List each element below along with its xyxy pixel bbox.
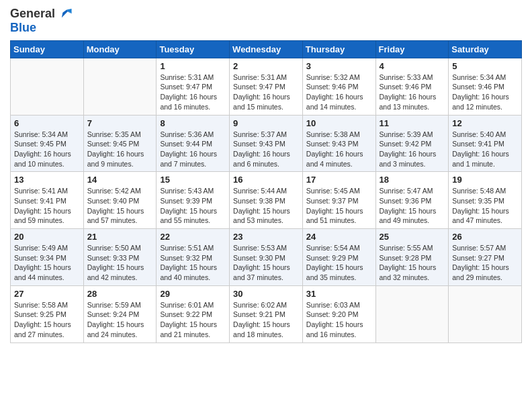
calendar: SundayMondayTuesdayWednesdayThursdayFrid… bbox=[10, 40, 522, 343]
day-info: Sunrise: 5:50 AM Sunset: 9:33 PM Dayligh… bbox=[87, 243, 153, 283]
day-cell: 10Sunrise: 5:38 AM Sunset: 9:43 PM Dayli… bbox=[302, 115, 375, 172]
day-info: Sunrise: 5:47 AM Sunset: 9:36 PM Dayligh… bbox=[380, 186, 445, 226]
day-info: Sunrise: 5:37 AM Sunset: 9:43 PM Dayligh… bbox=[233, 130, 299, 169]
day-info: Sunrise: 5:48 AM Sunset: 9:35 PM Dayligh… bbox=[452, 186, 518, 226]
day-number: 30 bbox=[233, 289, 299, 299]
day-cell: 11Sunrise: 5:39 AM Sunset: 9:42 PM Dayli… bbox=[375, 115, 449, 172]
day-number: 26 bbox=[452, 232, 518, 242]
day-number: 20 bbox=[14, 232, 80, 242]
day-info: Sunrise: 5:35 AM Sunset: 9:45 PM Dayligh… bbox=[87, 130, 153, 169]
day-cell: 24Sunrise: 5:54 AM Sunset: 9:29 PM Dayli… bbox=[302, 229, 375, 286]
day-info: Sunrise: 5:38 AM Sunset: 9:43 PM Dayligh… bbox=[306, 130, 372, 169]
day-cell: 8Sunrise: 5:36 AM Sunset: 9:44 PM Daylig… bbox=[157, 115, 230, 172]
week-row-3: 13Sunrise: 5:41 AM Sunset: 9:41 PM Dayli… bbox=[11, 172, 522, 229]
logo: General Blue bbox=[10, 7, 73, 35]
day-info: Sunrise: 5:59 AM Sunset: 9:24 PM Dayligh… bbox=[87, 300, 153, 340]
day-cell: 22Sunrise: 5:51 AM Sunset: 9:32 PM Dayli… bbox=[157, 229, 230, 286]
day-cell: 25Sunrise: 5:55 AM Sunset: 9:28 PM Dayli… bbox=[375, 229, 449, 286]
day-number: 16 bbox=[233, 175, 299, 185]
day-info: Sunrise: 5:41 AM Sunset: 9:41 PM Dayligh… bbox=[14, 186, 80, 226]
day-info: Sunrise: 5:44 AM Sunset: 9:38 PM Dayligh… bbox=[233, 186, 299, 226]
day-cell bbox=[11, 58, 84, 115]
day-info: Sunrise: 6:02 AM Sunset: 9:21 PM Dayligh… bbox=[233, 300, 299, 340]
day-info: Sunrise: 5:39 AM Sunset: 9:42 PM Dayligh… bbox=[380, 130, 445, 169]
day-info: Sunrise: 5:54 AM Sunset: 9:29 PM Dayligh… bbox=[306, 243, 372, 283]
day-info: Sunrise: 5:51 AM Sunset: 9:32 PM Dayligh… bbox=[160, 243, 226, 283]
day-cell: 23Sunrise: 5:53 AM Sunset: 9:30 PM Dayli… bbox=[230, 229, 303, 286]
day-cell: 29Sunrise: 6:01 AM Sunset: 9:22 PM Dayli… bbox=[157, 285, 230, 342]
day-info: Sunrise: 5:55 AM Sunset: 9:28 PM Dayligh… bbox=[380, 243, 445, 283]
week-row-1: 1Sunrise: 5:31 AM Sunset: 9:47 PM Daylig… bbox=[11, 58, 522, 115]
day-number: 18 bbox=[380, 175, 445, 185]
day-number: 31 bbox=[306, 289, 372, 299]
day-info: Sunrise: 6:01 AM Sunset: 9:22 PM Dayligh… bbox=[160, 300, 226, 340]
day-info: Sunrise: 5:31 AM Sunset: 9:47 PM Dayligh… bbox=[160, 73, 226, 112]
day-number: 11 bbox=[380, 118, 445, 128]
day-cell: 12Sunrise: 5:40 AM Sunset: 9:41 PM Dayli… bbox=[449, 115, 522, 172]
day-info: Sunrise: 5:53 AM Sunset: 9:30 PM Dayligh… bbox=[233, 243, 299, 283]
header: General Blue bbox=[10, 7, 522, 35]
weekday-header-saturday: Saturday bbox=[449, 40, 522, 58]
weekday-header-wednesday: Wednesday bbox=[230, 40, 303, 58]
day-cell: 6Sunrise: 5:34 AM Sunset: 9:45 PM Daylig… bbox=[11, 115, 84, 172]
day-cell: 14Sunrise: 5:42 AM Sunset: 9:40 PM Dayli… bbox=[83, 172, 157, 229]
weekday-header-thursday: Thursday bbox=[302, 40, 375, 58]
day-number: 15 bbox=[160, 175, 226, 185]
day-number: 10 bbox=[306, 118, 372, 128]
week-row-4: 20Sunrise: 5:49 AM Sunset: 9:34 PM Dayli… bbox=[11, 229, 522, 286]
day-number: 7 bbox=[87, 118, 153, 128]
day-number: 22 bbox=[160, 232, 226, 242]
day-number: 21 bbox=[87, 232, 153, 242]
day-cell: 28Sunrise: 5:59 AM Sunset: 9:24 PM Dayli… bbox=[83, 285, 157, 342]
weekday-header-friday: Friday bbox=[375, 40, 449, 58]
week-row-5: 27Sunrise: 5:58 AM Sunset: 9:25 PM Dayli… bbox=[11, 285, 522, 342]
day-number: 28 bbox=[87, 289, 153, 299]
day-cell: 17Sunrise: 5:45 AM Sunset: 9:37 PM Dayli… bbox=[302, 172, 375, 229]
day-cell: 21Sunrise: 5:50 AM Sunset: 9:33 PM Dayli… bbox=[83, 229, 157, 286]
day-cell: 20Sunrise: 5:49 AM Sunset: 9:34 PM Dayli… bbox=[11, 229, 84, 286]
day-cell bbox=[449, 285, 522, 342]
weekday-header-monday: Monday bbox=[83, 40, 157, 58]
day-cell bbox=[375, 285, 449, 342]
day-cell: 9Sunrise: 5:37 AM Sunset: 9:43 PM Daylig… bbox=[230, 115, 303, 172]
day-cell: 15Sunrise: 5:43 AM Sunset: 9:39 PM Dayli… bbox=[157, 172, 230, 229]
day-cell: 19Sunrise: 5:48 AM Sunset: 9:35 PM Dayli… bbox=[449, 172, 522, 229]
day-number: 19 bbox=[452, 175, 518, 185]
day-info: Sunrise: 5:42 AM Sunset: 9:40 PM Dayligh… bbox=[87, 186, 153, 226]
day-cell: 1Sunrise: 5:31 AM Sunset: 9:47 PM Daylig… bbox=[157, 58, 230, 115]
weekday-header-tuesday: Tuesday bbox=[157, 40, 230, 58]
day-info: Sunrise: 5:40 AM Sunset: 9:41 PM Dayligh… bbox=[452, 130, 518, 169]
day-info: Sunrise: 6:03 AM Sunset: 9:20 PM Dayligh… bbox=[306, 300, 372, 340]
day-cell: 31Sunrise: 6:03 AM Sunset: 9:20 PM Dayli… bbox=[302, 285, 375, 342]
day-number: 2 bbox=[233, 61, 299, 71]
day-info: Sunrise: 5:34 AM Sunset: 9:45 PM Dayligh… bbox=[14, 130, 80, 169]
day-info: Sunrise: 5:31 AM Sunset: 9:47 PM Dayligh… bbox=[233, 73, 299, 112]
day-info: Sunrise: 5:58 AM Sunset: 9:25 PM Dayligh… bbox=[14, 300, 80, 340]
day-cell: 2Sunrise: 5:31 AM Sunset: 9:47 PM Daylig… bbox=[230, 58, 303, 115]
day-info: Sunrise: 5:57 AM Sunset: 9:27 PM Dayligh… bbox=[452, 243, 518, 283]
weekday-header-sunday: Sunday bbox=[11, 40, 84, 58]
day-number: 6 bbox=[14, 118, 80, 128]
weekday-header-row: SundayMondayTuesdayWednesdayThursdayFrid… bbox=[11, 40, 522, 58]
day-number: 29 bbox=[160, 289, 226, 299]
logo-blue-text: Blue bbox=[10, 21, 36, 34]
day-number: 4 bbox=[380, 61, 445, 71]
day-number: 24 bbox=[306, 232, 372, 242]
day-cell: 16Sunrise: 5:44 AM Sunset: 9:38 PM Dayli… bbox=[230, 172, 303, 229]
day-info: Sunrise: 5:34 AM Sunset: 9:46 PM Dayligh… bbox=[452, 73, 518, 112]
day-cell: 30Sunrise: 6:02 AM Sunset: 9:21 PM Dayli… bbox=[230, 285, 303, 342]
day-number: 27 bbox=[14, 289, 80, 299]
week-row-2: 6Sunrise: 5:34 AM Sunset: 9:45 PM Daylig… bbox=[11, 115, 522, 172]
day-number: 3 bbox=[306, 61, 372, 71]
day-number: 9 bbox=[233, 118, 299, 128]
day-cell: 7Sunrise: 5:35 AM Sunset: 9:45 PM Daylig… bbox=[83, 115, 157, 172]
day-cell: 5Sunrise: 5:34 AM Sunset: 9:46 PM Daylig… bbox=[449, 58, 522, 115]
day-cell: 18Sunrise: 5:47 AM Sunset: 9:36 PM Dayli… bbox=[375, 172, 449, 229]
day-info: Sunrise: 5:43 AM Sunset: 9:39 PM Dayligh… bbox=[160, 186, 226, 226]
day-number: 1 bbox=[160, 61, 226, 71]
day-number: 8 bbox=[160, 118, 226, 128]
day-cell: 26Sunrise: 5:57 AM Sunset: 9:27 PM Dayli… bbox=[449, 229, 522, 286]
logo-general-text: General bbox=[10, 7, 55, 21]
day-number: 23 bbox=[233, 232, 299, 242]
day-cell: 27Sunrise: 5:58 AM Sunset: 9:25 PM Dayli… bbox=[11, 285, 84, 342]
